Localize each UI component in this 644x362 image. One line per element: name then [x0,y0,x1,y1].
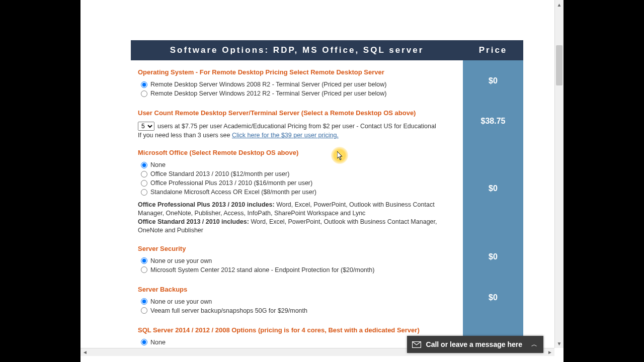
backups-price: $0 [463,278,523,318]
table-header: Software Options: RDP, MS Office, SQL se… [131,40,523,60]
office-radio[interactable] [141,162,147,168]
usercount-select[interactable]: 5 [138,122,154,131]
sql-radio[interactable] [141,339,147,345]
scroll-thumb[interactable] [556,45,562,85]
sql-label: None [150,339,166,346]
office-label: Standalone Microsoft Access OR Excel ($8… [150,189,316,196]
backups-radio[interactable] [141,298,147,305]
scroll-right-arrow-icon[interactable]: ► [545,348,554,356]
usercount-fineprint: If you need less than 3 users see Click … [138,132,456,139]
row-user-count: User Count Remote Desktop Server/Termina… [131,101,523,141]
os-title: Operating System - For Remote Desktop Pr… [138,68,456,76]
header-price: Price [463,40,523,60]
per-user-pricing-link[interactable]: Click here for the $39 per user pricing. [232,132,339,139]
security-option: None or use your own [141,257,456,264]
scroll-left-arrow-icon[interactable]: ◄ [80,348,90,356]
sql-title: SQL Server 2014 / 2012 / 2008 Options (p… [138,326,456,334]
security-label: Microsoft System Center 2012 stand alone… [150,266,374,274]
os-price: $0 [463,60,523,101]
row-server-backups: Server Backups None or use your ownVeeam… [131,278,523,318]
scroll-down-arrow-icon[interactable]: ▼ [555,339,564,348]
os-label: Remote Desktop Server Windows 2008 R2 - … [150,81,386,88]
backups-option: None or use your own [141,298,456,305]
vertical-scrollbar[interactable]: ▲ ▼ [554,0,564,348]
office-option: Office Standard 2013 / 2010 ($12/month p… [141,170,456,177]
security-price: $0 [463,237,523,278]
backups-radio[interactable] [141,307,147,314]
letterbox-left [0,0,80,362]
usercount-line: users at $7.75 per user Academic/Educati… [157,123,436,130]
row-operating-system: Operating System - For Remote Desktop Pr… [131,60,523,101]
chat-label: Call or leave a message here [426,340,522,348]
usercount-title: User Count Remote Desktop Server/Termina… [138,109,456,117]
office-option: Office Professional Plus 2013 / 2010 ($1… [141,179,456,187]
office-label: Office Standard 2013 / 2010 ($12/month p… [150,170,289,177]
security-radio[interactable] [141,257,147,264]
chevron-up-icon: ︿ [531,340,537,349]
office-option: Standalone Microsoft Access OR Excel ($8… [141,189,456,196]
office-option: None [141,161,456,168]
browser-viewport: Software Options: RDP, MS Office, SQL se… [80,0,564,362]
os-radio[interactable] [141,81,147,88]
office-desc: Office Professional Plus 2013 / 2010 inc… [138,201,456,235]
backups-label: None or use your own [150,298,212,305]
software-options-table: Software Options: RDP, MS Office, SQL se… [131,40,523,347]
row-server-security: Server Security None or use your ownMicr… [131,237,523,278]
chat-widget[interactable]: Call or leave a message here ︿ [407,336,543,353]
backups-title: Server Backups [138,286,456,293]
letterbox-right [564,0,644,362]
office-price: $0 [463,141,523,237]
office-label: Office Professional Plus 2013 / 2010 ($1… [150,179,312,187]
office-title: Microsoft Office (Select Remote Desktop … [138,149,456,156]
os-option: Remote Desktop Server Windows 2008 R2 - … [141,81,456,88]
security-option: Microsoft System Center 2012 stand alone… [141,266,456,274]
row-ms-office: Microsoft Office (Select Remote Desktop … [131,141,523,237]
os-radio[interactable] [141,90,147,97]
security-title: Server Security [138,245,456,252]
security-radio[interactable] [141,266,147,273]
office-radio[interactable] [141,189,147,196]
scroll-up-arrow-icon[interactable]: ▲ [555,0,564,9]
os-option: Remote Desktop Server Windows 2012 R2 - … [141,90,456,97]
office-radio[interactable] [141,180,147,187]
page-content: Software Options: RDP, MS Office, SQL se… [91,0,548,347]
office-radio[interactable] [141,171,147,177]
office-label: None [150,161,166,168]
mail-icon [412,341,421,348]
security-label: None or use your own [150,257,212,264]
usercount-price: $38.75 [463,101,523,141]
backups-option: Veeam full server backup/snapshops 50G f… [141,307,456,314]
os-label: Remote Desktop Server Windows 2012 R2 - … [150,90,386,97]
backups-label: Veeam full server backup/snapshops 50G f… [150,307,307,314]
header-title: Software Options: RDP, MS Office, SQL se… [131,40,463,60]
